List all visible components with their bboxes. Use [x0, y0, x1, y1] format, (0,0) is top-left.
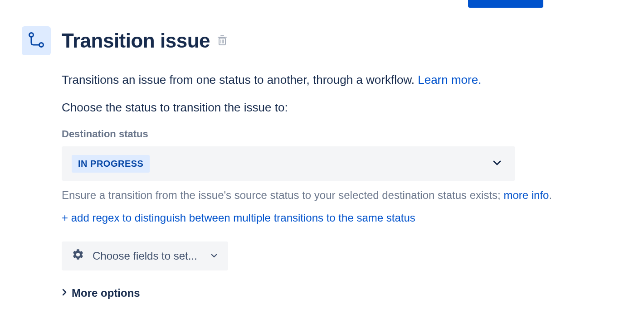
transition-icon-container: [22, 26, 51, 55]
top-primary-button[interactable]: [468, 0, 543, 8]
help-text-period: .: [549, 189, 552, 201]
status-lozenge: IN PROGRESS: [72, 155, 150, 173]
transition-icon: [27, 31, 45, 51]
chevron-down-icon: [210, 250, 218, 262]
page-title: Transition issue: [62, 29, 210, 52]
destination-status-select[interactable]: IN PROGRESS: [62, 146, 515, 181]
choose-status-prompt: Choose the status to transition the issu…: [62, 101, 608, 115]
help-text-main: Ensure a transition from the issue's sou…: [62, 189, 503, 201]
more-info-link[interactable]: more info: [503, 189, 549, 201]
title-wrap: Transition issue: [62, 29, 229, 52]
svg-point-0: [29, 33, 34, 37]
description-main: Transitions an issue from one status to …: [62, 73, 418, 87]
choose-fields-label: Choose fields to set...: [93, 250, 197, 262]
destination-status-label: Destination status: [62, 128, 608, 140]
header-row: Transition issue: [22, 26, 608, 55]
add-regex-link[interactable]: + add regex to distinguish between multi…: [62, 212, 415, 224]
destination-help-text: Ensure a transition from the issue's sou…: [62, 189, 608, 202]
learn-more-link[interactable]: Learn more.: [418, 73, 481, 87]
more-options-toggle[interactable]: More options: [62, 287, 140, 299]
chevron-right-icon: [62, 289, 67, 298]
choose-fields-button[interactable]: Choose fields to set...: [62, 241, 228, 270]
body-column: Transitions an issue from one status to …: [62, 72, 608, 299]
more-options-label: More options: [72, 287, 140, 299]
transition-issue-panel: Transition issue Transitions an issue fr…: [22, 26, 608, 299]
svg-point-1: [39, 43, 44, 47]
delete-button[interactable]: [215, 33, 229, 49]
trash-icon: [217, 35, 227, 47]
gear-icon: [72, 248, 84, 264]
chevron-down-icon: [492, 157, 503, 170]
description-text: Transitions an issue from one status to …: [62, 72, 608, 88]
